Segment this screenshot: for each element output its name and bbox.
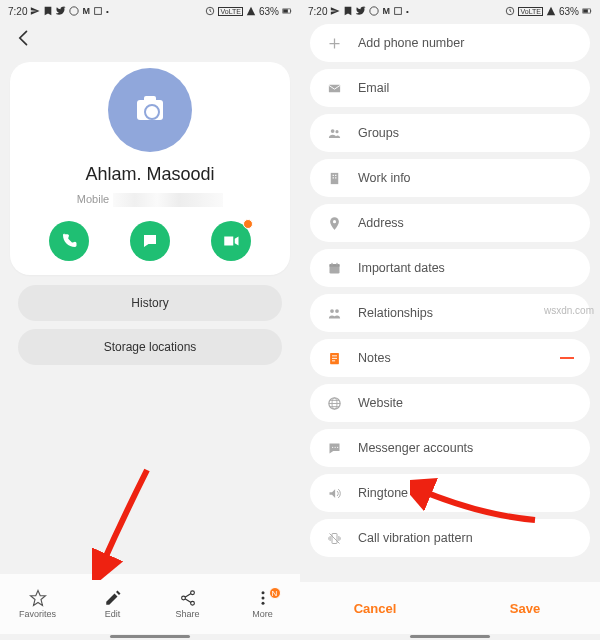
vibration-off-icon — [326, 530, 342, 546]
svg-rect-30 — [336, 262, 337, 265]
row-messenger[interactable]: Messenger accounts — [310, 429, 590, 467]
svg-rect-18 — [328, 84, 339, 92]
message-button[interactable] — [130, 221, 170, 261]
ringtone-icon — [326, 485, 342, 501]
row-dates[interactable]: Important dates — [310, 249, 590, 287]
svg-rect-36 — [332, 360, 335, 361]
svg-point-12 — [370, 7, 378, 15]
row-vibration[interactable]: Call vibration pattern — [310, 519, 590, 557]
nav-edit[interactable]: Edit — [83, 589, 143, 619]
status-bar: 7:20 M • VoLTE 63% — [300, 0, 600, 20]
svg-rect-35 — [332, 357, 337, 358]
nav-more[interactable]: N More — [233, 589, 293, 619]
phone-number-redacted — [113, 193, 223, 207]
video-button[interactable] — [211, 221, 251, 261]
svg-rect-1 — [95, 8, 102, 15]
relationship-icon — [326, 305, 342, 321]
svg-point-31 — [330, 309, 334, 313]
svg-point-19 — [330, 129, 334, 133]
work-icon — [326, 170, 342, 186]
svg-point-40 — [334, 446, 335, 447]
nav-favorites[interactable]: Favorites — [8, 589, 68, 619]
storage-button[interactable]: Storage locations — [18, 329, 282, 365]
camera-icon — [137, 100, 163, 120]
svg-rect-5 — [290, 10, 291, 12]
contact-edit-screen: 7:20 M • VoLTE 63% Add phone number — [300, 0, 600, 640]
svg-point-0 — [70, 7, 78, 15]
watermark: wsxdn.com — [544, 305, 594, 316]
svg-rect-23 — [335, 174, 336, 175]
messenger-icon — [326, 440, 342, 456]
svg-rect-29 — [331, 262, 332, 265]
svg-point-32 — [335, 309, 339, 313]
svg-point-9 — [261, 591, 264, 594]
globe-icon — [326, 395, 342, 411]
contact-name: Ahlam. Masoodi — [20, 164, 280, 185]
svg-rect-17 — [590, 10, 591, 12]
svg-rect-22 — [332, 174, 333, 175]
calendar-icon — [326, 260, 342, 276]
svg-point-7 — [190, 591, 194, 595]
svg-rect-16 — [583, 9, 588, 12]
mobile-row: Mobile — [20, 193, 280, 207]
status-battery: 63% — [259, 6, 279, 17]
svg-point-6 — [181, 596, 185, 600]
email-icon — [326, 80, 342, 96]
svg-rect-24 — [332, 177, 333, 178]
footer-actions: Cancel Save — [300, 582, 600, 634]
badge-dot — [243, 219, 253, 229]
svg-rect-25 — [335, 177, 336, 178]
home-indicator — [110, 635, 190, 638]
back-icon[interactable] — [14, 28, 34, 52]
row-work[interactable]: Work info — [310, 159, 590, 197]
annotation-arrow-edit — [92, 460, 162, 580]
contact-card: Ahlam. Masoodi Mobile — [10, 62, 290, 275]
remove-icon[interactable] — [560, 357, 574, 359]
svg-point-8 — [190, 601, 194, 605]
row-groups[interactable]: Groups — [310, 114, 590, 152]
svg-point-20 — [335, 130, 338, 133]
svg-point-26 — [332, 220, 335, 223]
home-indicator — [410, 635, 490, 638]
badge-n: N — [269, 587, 281, 599]
status-time: 7:20 — [8, 6, 27, 17]
row-notes[interactable]: Notes — [310, 339, 590, 377]
svg-point-41 — [337, 446, 338, 447]
svg-rect-34 — [332, 355, 337, 356]
svg-rect-13 — [395, 8, 402, 15]
svg-rect-28 — [329, 264, 339, 267]
svg-point-10 — [261, 597, 264, 600]
nav-share[interactable]: Share — [158, 589, 218, 619]
location-icon — [326, 215, 342, 231]
call-button[interactable] — [49, 221, 89, 261]
row-ringtone[interactable]: Ringtone — [310, 474, 590, 512]
row-email[interactable]: Email — [310, 69, 590, 107]
contact-detail-screen: 7:20 M • VoLTE 63% — [0, 0, 300, 640]
save-button[interactable]: Save — [450, 582, 600, 634]
svg-point-11 — [261, 602, 264, 605]
status-bar: 7:20 M • VoLTE 63% — [0, 0, 300, 20]
row-website[interactable]: Website — [310, 384, 590, 422]
row-address[interactable]: Address — [310, 204, 590, 242]
cancel-button[interactable]: Cancel — [300, 582, 450, 634]
svg-point-39 — [332, 446, 333, 447]
history-button[interactable]: History — [18, 285, 282, 321]
svg-rect-21 — [330, 172, 338, 183]
notes-icon — [326, 350, 342, 366]
svg-rect-4 — [283, 9, 288, 12]
avatar[interactable] — [108, 68, 192, 152]
plus-icon — [326, 35, 342, 51]
bottom-nav: Favorites Edit Share N More — [0, 574, 300, 634]
row-add-phone[interactable]: Add phone number — [310, 24, 590, 62]
groups-icon — [326, 125, 342, 141]
